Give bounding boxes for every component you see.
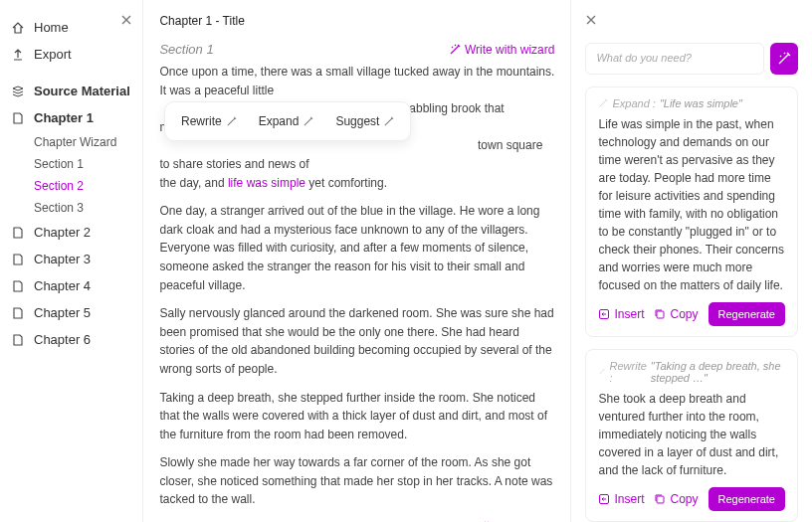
nav-source-material[interactable]: Source Material <box>10 78 132 104</box>
stack-icon <box>10 85 26 98</box>
run-assistant-button[interactable] <box>770 43 798 75</box>
para1-line4-start: the day, and <box>159 176 228 190</box>
nav-home-label: Home <box>34 20 69 35</box>
card-header: Expand : "Life was simple" <box>598 97 785 109</box>
para2: One day, a stranger arrived out of the b… <box>159 202 554 294</box>
nav-chapter-6-label: Chapter 6 <box>34 332 91 347</box>
copy-icon <box>654 308 666 320</box>
card-quote: "Life was simple" <box>660 97 742 109</box>
nav-export-label: Export <box>34 47 72 62</box>
insert-icon <box>598 493 610 505</box>
expand-button[interactable]: Expand <box>249 110 324 132</box>
wand-icon <box>303 116 313 127</box>
copy-button[interactable]: Copy <box>654 307 698 321</box>
close-icon[interactable] <box>120 14 132 26</box>
rewrite-label: Rewrite <box>181 114 222 128</box>
wand-icon <box>598 367 605 377</box>
copy-label: Copy <box>670 492 698 506</box>
para1-line1: Once upon a time, there was a small vill… <box>159 65 554 97</box>
editor: Chapter 1 - Title Section 1 Write with w… <box>142 0 571 522</box>
suggest-button[interactable]: Suggest <box>325 110 404 132</box>
nav-export[interactable]: Export <box>10 41 132 68</box>
card-body: She took a deep breath and ventured furt… <box>598 390 785 479</box>
assistant-input[interactable]: What do you need? <box>585 43 764 75</box>
selection-toolbar: Rewrite Expand Suggest <box>164 101 411 141</box>
regenerate-button[interactable]: Regenerate <box>709 302 786 326</box>
highlighted-phrase[interactable]: life was simple <box>228 176 305 190</box>
svg-rect-3 <box>657 496 664 503</box>
export-icon <box>10 48 26 62</box>
nav-chapter-3[interactable]: Chapter 3 <box>10 246 132 272</box>
expand-label: Expand <box>259 114 300 128</box>
close-panel-icon[interactable] <box>585 14 597 26</box>
wand-icon <box>777 52 791 66</box>
wand-icon <box>449 44 461 56</box>
nav-chapter-1-label: Chapter 1 <box>34 110 94 125</box>
svg-rect-1 <box>657 311 664 318</box>
insert-icon <box>598 308 610 320</box>
nav-chapter-wizard[interactable]: Chapter Wizard <box>10 131 132 153</box>
nav-chapter-4-label: Chapter 4 <box>34 278 91 293</box>
nav-home[interactable]: Home <box>10 14 132 41</box>
nav-chapter-5[interactable]: Chapter 5 <box>10 299 132 326</box>
wand-icon <box>226 116 237 127</box>
copy-label: Copy <box>670 307 698 321</box>
nav-source-label: Source Material <box>34 84 130 98</box>
copy-button[interactable]: Copy <box>654 492 698 506</box>
nav-chapter-4[interactable]: Chapter 4 <box>10 272 132 299</box>
page-icon <box>10 306 26 320</box>
para3: Sally nervously glanced around the darke… <box>159 304 554 378</box>
nav-section-2[interactable]: Section 2 <box>10 175 132 197</box>
nav-chapter-6[interactable]: Chapter 6 <box>10 326 132 353</box>
nav-section-3[interactable]: Section 3 <box>10 197 132 219</box>
para1-line3-tail: town square to share stories and news of <box>159 138 542 171</box>
insert-label: Insert <box>614 307 644 321</box>
rewrite-button[interactable]: Rewrite <box>171 110 247 132</box>
card-quote: "Taking a deep breath, she stepped …" <box>651 360 785 384</box>
para5: Slowly she made her way towards a far co… <box>159 453 554 509</box>
card-type: Rewrite : <box>610 360 647 384</box>
suggest-label: Suggest <box>335 114 379 128</box>
card-type: Expand : <box>612 97 655 109</box>
assistant-panel: What do you need? Expand : "Life was sim… <box>571 0 812 522</box>
page-icon <box>10 333 26 347</box>
para1-line4-end: yet comforting. <box>305 176 387 190</box>
expand-card: Expand : "Life was simple" Life was simp… <box>585 87 798 337</box>
nav-chapter-2[interactable]: Chapter 2 <box>10 219 132 246</box>
nav-section-1[interactable]: Section 1 <box>10 153 132 175</box>
nav-chapter-1[interactable]: Chapter 1 <box>10 104 132 131</box>
page-icon <box>10 111 26 125</box>
insert-button[interactable]: Insert <box>598 307 644 321</box>
regenerate-button[interactable]: Regenerate <box>709 487 786 511</box>
card-header: Rewrite : "Taking a deep breath, she ste… <box>598 360 785 384</box>
chapter-title: Chapter 1 - Title <box>159 14 554 28</box>
copy-icon <box>654 493 666 505</box>
card-body: Life was simple in the past, when techno… <box>598 115 785 294</box>
nav-chapter-3-label: Chapter 3 <box>34 252 91 266</box>
page-icon <box>10 226 26 240</box>
home-icon <box>10 21 26 35</box>
sidebar: Home Export Source Material Chapter 1 Ch… <box>0 0 142 522</box>
page-icon <box>10 279 26 293</box>
section-1-heading: Section 1 <box>159 42 213 57</box>
para4: Taking a deep breath, she stepped furthe… <box>159 389 554 444</box>
wand-icon <box>598 98 608 108</box>
write-with-wizard-label: Write with wizard <box>465 43 554 57</box>
nav-chapter-2-label: Chapter 2 <box>34 225 91 240</box>
page-icon <box>10 253 26 266</box>
wand-icon <box>383 116 394 127</box>
write-with-wizard-link[interactable]: Write with wizard <box>449 43 554 57</box>
nav-chapter-5-label: Chapter 5 <box>34 305 91 320</box>
rewrite-card: Rewrite : "Taking a deep breath, she ste… <box>585 349 798 522</box>
insert-label: Insert <box>614 492 644 506</box>
insert-button[interactable]: Insert <box>598 492 644 506</box>
